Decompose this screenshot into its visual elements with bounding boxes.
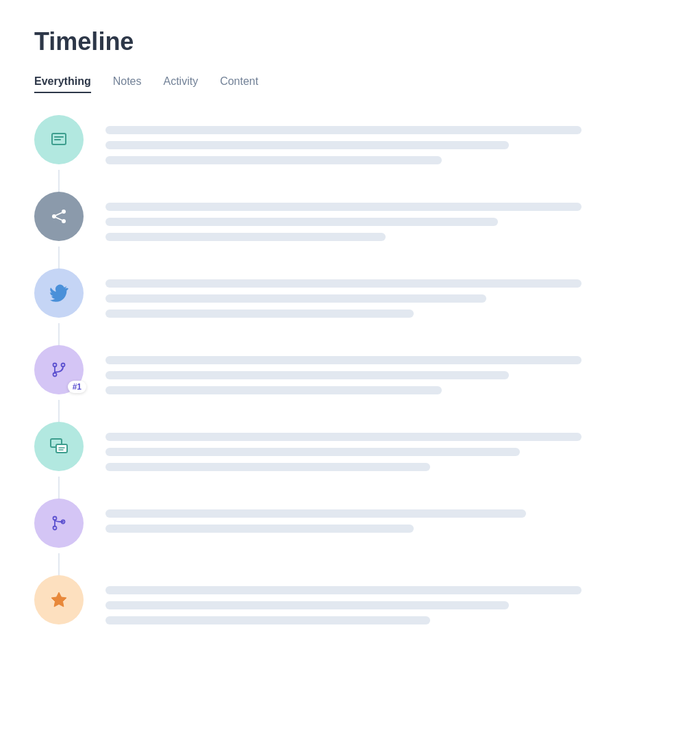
tab-activity[interactable]: Activity (163, 75, 198, 93)
content-lines (105, 345, 666, 394)
timeline-item (34, 115, 666, 192)
tab-notes[interactable]: Notes (113, 75, 142, 93)
note-icon-circle (34, 115, 84, 164)
skeleton-line (105, 218, 498, 226)
timeline-item (34, 268, 666, 345)
timeline-icon-col (34, 422, 84, 471)
skeleton-line (105, 601, 509, 609)
skeleton-line (105, 203, 582, 211)
tab-everything[interactable]: Everything (34, 75, 91, 93)
skeleton-line (105, 310, 414, 318)
git-icon (48, 512, 70, 534)
content-lines (105, 498, 666, 533)
timeline-item (34, 192, 666, 268)
skeleton-line (105, 356, 582, 364)
badge: #1 (68, 381, 86, 393)
skeleton-line (105, 433, 582, 441)
content-lines (105, 268, 666, 318)
timeline: #1 (34, 115, 666, 624)
skeleton-line (105, 156, 442, 164)
star-icon (48, 589, 70, 611)
timeline-icon-col (34, 268, 84, 318)
tab-content[interactable]: Content (220, 75, 258, 93)
timeline-icon-col (34, 498, 84, 548)
svg-line-7 (56, 218, 62, 220)
comment-icon (48, 435, 70, 457)
svg-point-3 (62, 210, 66, 214)
skeleton-line (105, 294, 486, 303)
twitter-icon-circle (34, 268, 84, 318)
skeleton-line (105, 463, 430, 471)
note-icon (48, 129, 70, 151)
skeleton-line (105, 371, 509, 379)
skeleton-line (105, 586, 582, 594)
timeline-item: #1 (34, 345, 666, 422)
content-lines (105, 422, 666, 471)
tabs-bar: Everything Notes Activity Content (34, 75, 666, 93)
content-lines (105, 575, 666, 624)
merge-icon-circle: #1 (34, 345, 84, 394)
share-icon-circle (34, 192, 84, 241)
skeleton-line (105, 386, 442, 394)
svg-point-4 (52, 214, 56, 218)
star-icon-circle (34, 575, 84, 624)
timeline-icon-col (34, 115, 84, 164)
share-icon (48, 205, 70, 227)
svg-line-6 (56, 213, 62, 216)
merge-icon (48, 359, 70, 381)
timeline-icon-col (34, 192, 84, 241)
timeline-icon-col: #1 (34, 345, 84, 394)
comment-icon-circle (34, 422, 84, 471)
timeline-item (34, 498, 666, 575)
git-icon-circle (34, 498, 84, 548)
twitter-icon (48, 282, 70, 304)
skeleton-line (105, 279, 582, 288)
svg-rect-12 (56, 444, 67, 453)
content-lines (105, 192, 666, 241)
content-lines (105, 115, 666, 164)
skeleton-line (105, 233, 386, 241)
skeleton-line (105, 141, 509, 149)
skeleton-line (105, 509, 526, 518)
timeline-item (34, 575, 666, 624)
svg-point-5 (62, 219, 66, 223)
skeleton-line (105, 525, 414, 533)
skeleton-line (105, 126, 582, 134)
skeleton-line (105, 448, 520, 456)
timeline-item (34, 422, 666, 498)
svg-marker-18 (51, 592, 66, 607)
page-title: Timeline (34, 27, 666, 56)
skeleton-line (105, 616, 430, 624)
timeline-icon-col (34, 575, 84, 624)
